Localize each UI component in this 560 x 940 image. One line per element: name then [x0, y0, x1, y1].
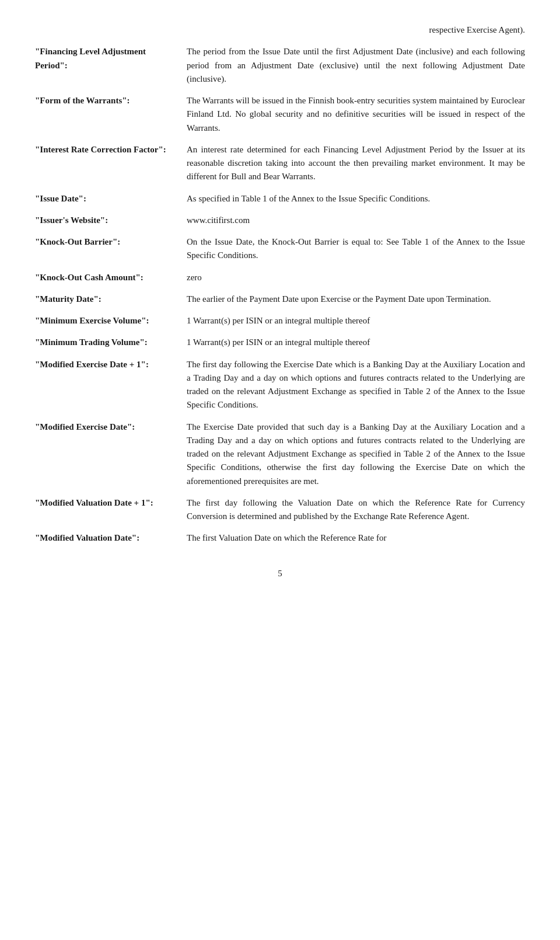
definition-text: The period from the Issue Date until the… [187, 45, 525, 86]
term-label: "Modified Exercise Date": [35, 420, 187, 434]
definition-text: The Exercise Date provided that such day… [187, 420, 525, 488]
definition-entry: "Knock-Out Cash Amount":zero [35, 271, 525, 284]
term-label: "Modified Exercise Date + 1": [35, 358, 187, 371]
term-label: "Issue Date": [35, 192, 187, 206]
definition-text: As specified in Table 1 of the Annex to … [187, 192, 525, 206]
definition-text: www.citifirst.com [187, 214, 525, 227]
definition-text: 1 Warrant(s) per ISIN or an integral mul… [187, 336, 525, 349]
definition-entry: "Knock-Out Barrier":On the Issue Date, t… [35, 235, 525, 263]
definition-entry: "Issuer's Website":www.citifirst.com [35, 214, 525, 227]
intro-text: respective Exercise Agent). [429, 25, 525, 34]
term-label: "Issuer's Website": [35, 214, 187, 227]
term-label: "Minimum Trading Volume": [35, 336, 187, 349]
definition-entry: "Minimum Exercise Volume":1 Warrant(s) p… [35, 314, 525, 328]
page-number: 5 [35, 569, 525, 579]
definition-entry: "Issue Date":As specified in Table 1 of … [35, 192, 525, 206]
definition-text: On the Issue Date, the Knock-Out Barrier… [187, 235, 525, 263]
definition-text: 1 Warrant(s) per ISIN or an integral mul… [187, 314, 525, 328]
definition-text: The first day following the Valuation Da… [187, 496, 525, 524]
term-label: "Modified Valuation Date": [35, 531, 187, 545]
definition-text: An interest rate determined for each Fin… [187, 143, 525, 184]
term-label: "Minimum Exercise Volume": [35, 314, 187, 328]
term-label: "Maturity Date": [35, 293, 187, 306]
page-content: respective Exercise Agent). "Financing L… [35, 23, 525, 579]
term-label: "Modified Valuation Date + 1": [35, 496, 187, 510]
definition-text: zero [187, 271, 525, 284]
term-label: "Interest Rate Correction Factor": [35, 143, 187, 156]
definition-entry: "Modified Valuation Date":The first Valu… [35, 531, 525, 545]
term-label: "Financing Level Adjustment Period": [35, 45, 187, 72]
definition-entry: "Modified Exercise Date":The Exercise Da… [35, 420, 525, 488]
definition-text: The Warrants will be issued in the Finni… [187, 94, 525, 135]
definition-text: The first Valuation Date on which the Re… [187, 531, 525, 545]
entries-container: "Financing Level Adjustment Period":The … [35, 45, 525, 545]
definition-entry: "Modified Valuation Date + 1":The first … [35, 496, 525, 524]
definition-entry: "Form of the Warrants":The Warrants will… [35, 94, 525, 135]
definition-entry: "Minimum Trading Volume":1 Warrant(s) pe… [35, 336, 525, 349]
definition-entry: "Interest Rate Correction Factor":An int… [35, 143, 525, 184]
term-label: "Knock-Out Cash Amount": [35, 271, 187, 284]
intro-line: respective Exercise Agent). [35, 23, 525, 37]
definition-entry: "Maturity Date":The earlier of the Payme… [35, 293, 525, 306]
term-label: "Form of the Warrants": [35, 94, 187, 107]
definition-text: The first day following the Exercise Dat… [187, 358, 525, 412]
definition-entry: "Financing Level Adjustment Period":The … [35, 45, 525, 86]
definition-entry: "Modified Exercise Date + 1":The first d… [35, 358, 525, 412]
definition-text: The earlier of the Payment Date upon Exe… [187, 293, 525, 306]
term-label: "Knock-Out Barrier": [35, 235, 187, 249]
